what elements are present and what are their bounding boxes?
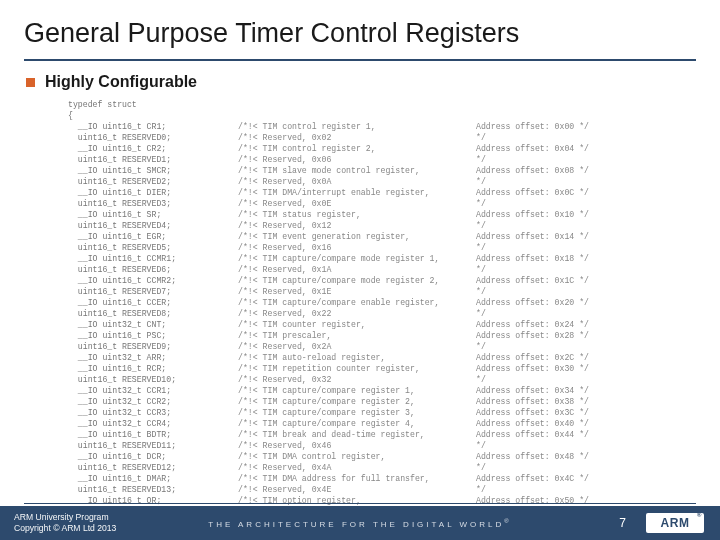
footer-line2: Copyright © ARM Ltd 2013 <box>14 523 116 534</box>
title-area: General Purpose Timer Control Registers <box>0 0 720 53</box>
registered-icon: ® <box>504 518 511 524</box>
code-line: __IO uint16_t EGR;/*!< TIM event generat… <box>68 231 720 242</box>
code-line: { <box>68 110 720 121</box>
code-line: __IO uint16_t PSC;/*!< TIM prescaler,Add… <box>68 330 720 341</box>
arm-logo: ARM <box>646 513 704 533</box>
code-line: __IO uint16_t RCR;/*!< TIM repetition co… <box>68 363 720 374</box>
code-line: uint16_t RESERVED8;/*!< Reserved, 0x22*/ <box>68 308 720 319</box>
code-line: __IO uint32_t CNT;/*!< TIM counter regis… <box>68 319 720 330</box>
slide: General Purpose Timer Control Registers … <box>0 0 720 540</box>
footer-tagline: THE ARCHITECTURE FOR THE DIGITAL WORLD® <box>208 518 512 529</box>
code-line: uint16_t RESERVED3;/*!< Reserved, 0x0E*/ <box>68 198 720 209</box>
code-line: uint16_t RESERVED13;/*!< Reserved, 0x4E*… <box>68 484 720 495</box>
code-line: uint16_t RESERVED5;/*!< Reserved, 0x16*/ <box>68 242 720 253</box>
code-line: uint16_t RESERVED0;/*!< Reserved, 0x02*/ <box>68 132 720 143</box>
code-line: __IO uint16_t CR1;/*!< TIM control regis… <box>68 121 720 132</box>
code-line: __IO uint32_t CCR3;/*!< TIM capture/comp… <box>68 407 720 418</box>
code-line: uint16_t RESERVED4;/*!< Reserved, 0x12*/ <box>68 220 720 231</box>
code-line: __IO uint16_t CCMR2;/*!< TIM capture/com… <box>68 275 720 286</box>
code-line: __IO uint16_t CCMR1;/*!< TIM capture/com… <box>68 253 720 264</box>
bullet-square-icon <box>26 78 35 87</box>
code-line: typedef struct <box>68 99 720 110</box>
code-line: uint16_t RESERVED1;/*!< Reserved, 0x06*/ <box>68 154 720 165</box>
code-line: __IO uint16_t SMCR;/*!< TIM slave mode c… <box>68 165 720 176</box>
footer-bar: ARM University Program Copyright © ARM L… <box>0 506 720 540</box>
footer-rule <box>24 503 696 505</box>
code-line: __IO uint16_t DMAR;/*!< TIM DMA address … <box>68 473 720 484</box>
code-block: typedef struct{ __IO uint16_t CR1;/*!< T… <box>0 97 720 528</box>
code-line: __IO uint32_t CCR2;/*!< TIM capture/comp… <box>68 396 720 407</box>
code-line: __IO uint16_t CR2;/*!< TIM control regis… <box>68 143 720 154</box>
code-line: __IO uint32_t CCR4;/*!< TIM capture/comp… <box>68 418 720 429</box>
code-line: uint16_t RESERVED7;/*!< Reserved, 0x1E*/ <box>68 286 720 297</box>
code-line: uint16_t RESERVED12;/*!< Reserved, 0x4A*… <box>68 462 720 473</box>
page-number: 7 <box>619 516 626 530</box>
code-line: uint16_t RESERVED11;/*!< Reserved, 0x46*… <box>68 440 720 451</box>
code-line: __IO uint32_t ARR;/*!< TIM auto-reload r… <box>68 352 720 363</box>
code-line: __IO uint16_t CCER;/*!< TIM capture/comp… <box>68 297 720 308</box>
code-line: uint16_t RESERVED2;/*!< Reserved, 0x0A*/ <box>68 176 720 187</box>
code-line: __IO uint16_t DIER;/*!< TIM DMA/interrup… <box>68 187 720 198</box>
bullet-item: Highly Configurable <box>0 61 720 97</box>
code-line: __IO uint16_t OR;/*!< TIM option registe… <box>68 495 720 506</box>
code-line: uint16_t RESERVED6;/*!< Reserved, 0x1A*/ <box>68 264 720 275</box>
footer-attribution: ARM University Program Copyright © ARM L… <box>0 512 116 534</box>
code-line: __IO uint16_t DCR;/*!< TIM DMA control r… <box>68 451 720 462</box>
code-line: __IO uint16_t BDTR;/*!< TIM break and de… <box>68 429 720 440</box>
code-line: uint16_t RESERVED10;/*!< Reserved, 0x32*… <box>68 374 720 385</box>
code-line: __IO uint16_t SR;/*!< TIM status registe… <box>68 209 720 220</box>
code-line: uint16_t RESERVED9;/*!< Reserved, 0x2A*/ <box>68 341 720 352</box>
footer-line1: ARM University Program <box>14 512 116 523</box>
slide-title: General Purpose Timer Control Registers <box>24 18 696 49</box>
code-line: __IO uint32_t CCR1;/*!< TIM capture/comp… <box>68 385 720 396</box>
bullet-text: Highly Configurable <box>45 73 197 91</box>
